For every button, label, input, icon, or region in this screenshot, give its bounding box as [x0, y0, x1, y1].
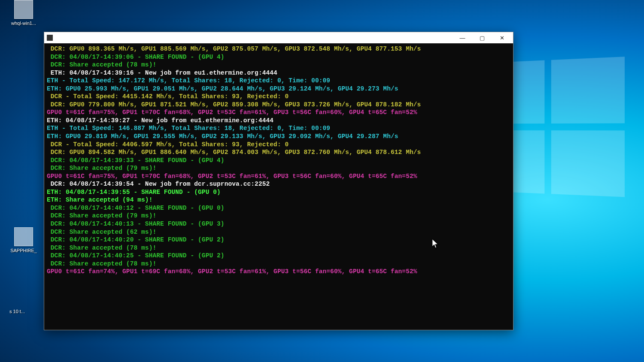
- console-line: DCR: 04/08/17-14:40:25 - SHARE FOUND - (…: [47, 252, 510, 260]
- console-line: GPU0 t=61C fan=74%, GPU1 t=69C fan=68%, …: [47, 268, 510, 276]
- console-line: DCR: Share accepted (78 ms)!: [47, 61, 510, 69]
- console-line: GPU0 t=61C fan=75%, GPU1 t=70C fan=68%, …: [47, 172, 510, 181]
- console-line: ETH - Total Speed: 147.172 Mh/s, Total S…: [47, 77, 510, 85]
- desktop-icon-label: s 10 t...: [0, 309, 34, 314]
- app-icon: [47, 35, 53, 41]
- console-line: DCR: GPU0 898.365 Mh/s, GPU1 885.569 Mh/…: [47, 45, 510, 53]
- close-button[interactable]: ✕: [493, 33, 510, 42]
- desktop-icon-label: whql-win1...: [6, 21, 41, 26]
- file-icon: [14, 227, 33, 246]
- console-line: DCR: 04/08/17-14:40:13 - SHARE FOUND - (…: [47, 220, 510, 228]
- desktop: whql-win1... SAPPHIRE_ s 10 t... — ▢ ✕ D…: [0, 0, 644, 362]
- console-line: ETH: 04/08/17-14:39:16 - New job from eu…: [47, 69, 510, 77]
- maximize-button[interactable]: ▢: [474, 33, 491, 42]
- console-window[interactable]: — ▢ ✕ DCR: GPU0 898.365 Mh/s, GPU1 885.5…: [44, 32, 513, 330]
- console-line: ETH: Share accepted (94 ms)!: [47, 196, 510, 204]
- console-output[interactable]: DCR: GPU0 898.365 Mh/s, GPU1 885.569 Mh/…: [44, 43, 513, 330]
- desktop-icon[interactable]: s 10 t...: [0, 309, 34, 314]
- console-line: DCR: GPU0 779.800 Mh/s, GPU1 871.521 Mh/…: [47, 101, 510, 109]
- console-line: ETH: 04/08/17-14:39:55 - SHARE FOUND - (…: [47, 188, 510, 196]
- console-line: DCR: 04/08/17-14:40:12 - SHARE FOUND - (…: [47, 204, 510, 212]
- desktop-icon-label: SAPPHIRE_: [6, 248, 41, 253]
- console-line: DCR - Total Speed: 4415.142 Mh/s, Total …: [47, 93, 510, 101]
- desktop-icon[interactable]: whql-win1...: [6, 0, 41, 26]
- console-line: ETH: GPU0 25.993 Mh/s, GPU1 29.051 Mh/s,…: [47, 85, 510, 93]
- desktop-icon[interactable]: SAPPHIRE_: [6, 227, 41, 253]
- file-icon: [14, 0, 33, 19]
- console-line: DCR: Share accepted (62 ms)!: [47, 228, 510, 236]
- console-line: DCR: 04/08/17-14:40:20 - SHARE FOUND - (…: [47, 236, 510, 244]
- console-line: DCR: 04/08/17-14:39:06 - SHARE FOUND - (…: [47, 53, 510, 61]
- console-line: ETH: GPU0 29.819 Mh/s, GPU1 29.555 Mh/s,…: [47, 133, 510, 141]
- console-line: DCR: Share accepted (79 ms)!: [47, 164, 510, 172]
- minimize-button[interactable]: —: [454, 33, 471, 42]
- console-line: DCR: 04/08/17-14:39:33 - SHARE FOUND - (…: [47, 157, 510, 165]
- console-line: ETH: 04/08/17-14:39:27 - New job from eu…: [47, 117, 510, 125]
- console-line: DCR: 04/08/17-14:39:54 - New job from dc…: [47, 180, 510, 188]
- console-line: GPU0 t=61C fan=75%, GPU1 t=70C fan=68%, …: [47, 109, 510, 117]
- console-line: ETH - Total Speed: 146.887 Mh/s, Total S…: [47, 124, 510, 133]
- console-line: DCR - Total Speed: 4406.597 Mh/s, Total …: [47, 141, 510, 149]
- console-line: DCR: Share accepted (79 ms)!: [47, 212, 510, 220]
- console-line: DCR: GPU0 894.582 Mh/s, GPU1 886.640 Mh/…: [47, 148, 510, 157]
- console-line: DCR: Share accepted (78 ms)!: [47, 260, 510, 268]
- window-titlebar[interactable]: — ▢ ✕: [44, 32, 513, 43]
- console-line: DCR: Share accepted (78 ms)!: [47, 244, 510, 252]
